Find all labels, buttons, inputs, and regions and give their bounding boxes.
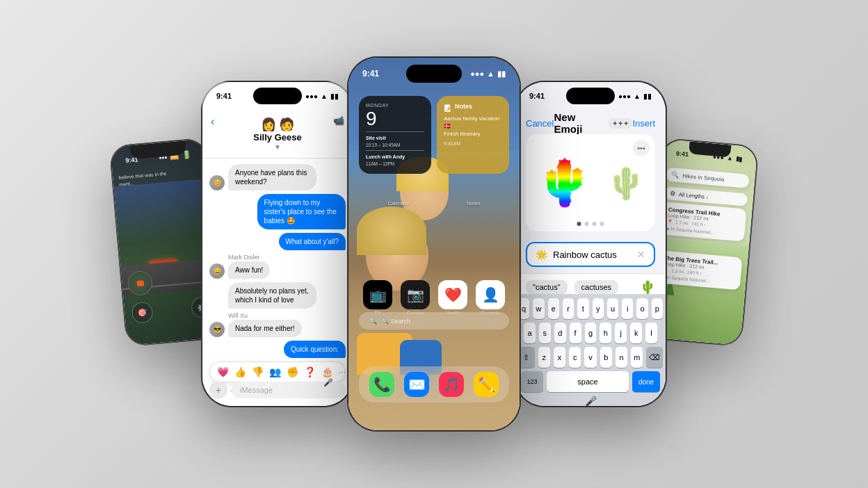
maps-search-text[interactable]: Hikes in Sequoia [682, 172, 725, 182]
key-o[interactable]: o [636, 298, 648, 319]
key-numbers[interactable]: 123 [521, 371, 543, 392]
key-s[interactable]: s [539, 323, 551, 343]
suggestion-emoji[interactable]: 🌵 [640, 279, 655, 295]
key-l[interactable]: l [645, 323, 657, 343]
key-p[interactable]: p [652, 298, 663, 319]
dynamic-island-messages [253, 88, 302, 104]
key-space[interactable]: space [547, 371, 629, 392]
search-icon-maps: 🔍 [671, 171, 680, 179]
filter-label[interactable]: All Lengths ↓ [679, 191, 709, 200]
dock-music[interactable]: 🎵 [439, 372, 464, 397]
app-icon-health[interactable]: ❤️ [438, 280, 467, 309]
message-row: Absolutely no plans yet, which I kind of… [209, 282, 346, 309]
key-x[interactable]: x [554, 347, 565, 368]
app-icon-phone[interactable]: 📞 [369, 372, 394, 397]
mic-icon[interactable]: 🎤 [585, 396, 597, 406]
back-button[interactable]: ‹ [211, 115, 214, 128]
app-icon-notes-dock[interactable]: ✏️ [474, 372, 499, 397]
key-g[interactable]: g [585, 323, 597, 343]
key-a[interactable]: a [524, 323, 536, 343]
search-label[interactable]: 🔍 Search [381, 318, 410, 325]
hud-icon-left[interactable]: 🎯 [131, 302, 154, 325]
time-emoji: 9:41 [529, 92, 545, 100]
key-delete[interactable]: ⌫ [646, 347, 663, 368]
emoji-screen[interactable]: 9:41 ●●● ▲ ▮▮ Cancel New Emoji ✦✦✦ Inser… [515, 82, 666, 406]
app-icon-tv[interactable]: 📺 [363, 280, 392, 309]
key-done[interactable]: done [632, 371, 660, 392]
battery-home: ▮▮ [497, 70, 506, 79]
key-m[interactable]: m [631, 347, 643, 368]
more-options-button[interactable]: ••• [633, 140, 650, 156]
message-input-bar[interactable]: + iMessage 🎤 [209, 381, 346, 399]
bubble-sent: Quick question: [284, 341, 346, 358]
wifi-messages: ▲ [321, 92, 328, 100]
wifi-emoji: ▲ [634, 92, 641, 100]
dock-notes[interactable]: ✏️ [474, 372, 499, 397]
dot-4 [600, 222, 604, 226]
reaction-thumbup[interactable]: 👍 [234, 366, 246, 377]
key-t[interactable]: t [577, 298, 588, 319]
reaction-people[interactable]: 👥 [269, 366, 281, 377]
add-button[interactable]: + [209, 381, 227, 399]
reaction-cake[interactable]: 🎂 [321, 366, 333, 377]
calendar-widget[interactable]: MONDAY 9 Site visit 10:15 – 10:45AM Lunc… [359, 96, 431, 174]
app-icon-mail[interactable]: ✉️ [404, 372, 429, 397]
app-health[interactable]: ❤️ Health [438, 280, 467, 316]
app-camera[interactable]: 📷 Camera [401, 280, 430, 316]
key-e[interactable]: e [548, 298, 559, 319]
notes-time: 9:41AM [444, 141, 502, 146]
search-bar[interactable]: 🔍 🔍 Search [359, 312, 509, 330]
message-row: 😎 Nada for me either! [209, 320, 346, 337]
reaction-more-icon[interactable]: ··· [339, 367, 346, 377]
app-tv[interactable]: 📺 TV [363, 280, 392, 316]
message-row: Flying down to my sister's place to see … [209, 194, 346, 229]
mic-button[interactable]: 🎤 [323, 378, 333, 387]
emoji-search-input[interactable]: 🌟 Rainbow cactus ✕ [526, 242, 655, 267]
insert-button[interactable]: Insert [632, 118, 655, 129]
key-h[interactable]: h [600, 323, 611, 343]
reaction-fist[interactable]: ✊ [287, 366, 298, 377]
time-home: 9:41 [362, 69, 379, 79]
key-f[interactable]: f [570, 323, 581, 343]
messages-body[interactable]: 😊 Anyone have plans this weekend? Flying… [202, 158, 353, 392]
reaction-heart[interactable]: 💗 [217, 366, 229, 377]
video-button[interactable]: 📹 [333, 115, 344, 126]
clear-search-button[interactable]: ✕ [637, 249, 645, 260]
key-d[interactable]: d [554, 323, 566, 343]
suggestion-2[interactable]: cactuses [574, 280, 618, 294]
messages-screen[interactable]: 9:41 ●●● ▲ ▮▮ 👩 🧑 Silly Geese ▼ [202, 82, 353, 406]
search-icon: 🔍 [369, 317, 377, 325]
dock-mail[interactable]: ✉️ [404, 372, 429, 397]
dock[interactable]: 📞 ✉️ 🎵 ✏️ [359, 366, 509, 402]
dock-phone[interactable]: 📞 [369, 372, 394, 397]
signal-emoji: ●●● [618, 92, 631, 100]
key-y[interactable]: y [593, 298, 604, 319]
key-w[interactable]: w [533, 298, 544, 319]
key-j[interactable]: j [615, 323, 627, 343]
key-k[interactable]: k [630, 323, 642, 343]
search-text-value[interactable]: Rainbow cactus [553, 250, 632, 260]
widgets-row[interactable]: MONDAY 9 Site visit 10:15 – 10:45AM Lunc… [359, 96, 509, 174]
key-b[interactable]: b [600, 347, 612, 368]
keyboard[interactable]: q w e r t y u i o p a s [515, 294, 666, 406]
sender-name: Will Xu [228, 312, 346, 319]
app-icon-contacts[interactable]: 👤 [476, 280, 505, 309]
reaction-question[interactable]: ❓ [304, 366, 316, 377]
app-grid[interactable]: 📺 TV 📷 Camera ❤️ Health 👤 Contacts [359, 280, 509, 316]
notes-widget[interactable]: 📝 Notes Aarhus family vacation 🇩🇰Finish … [437, 96, 509, 174]
suggestion-1[interactable]: "cactus" [526, 280, 568, 294]
home-screen[interactable]: 9:41 ●●● ▲ ▮▮ [348, 58, 520, 430]
key-v[interactable]: v [584, 347, 596, 368]
calendar-day-number: 9 [366, 109, 424, 129]
key-u[interactable]: u [607, 298, 618, 319]
app-icon-music[interactable]: 🎵 [439, 372, 464, 397]
key-n[interactable]: n [616, 347, 627, 368]
app-contacts[interactable]: 👤 Contacts [476, 280, 505, 316]
key-r[interactable]: r [563, 298, 574, 319]
cancel-button[interactable]: Cancel [526, 118, 554, 129]
reaction-thumbdown[interactable]: 👎 [252, 366, 264, 377]
app-icon-camera[interactable]: 📷 [401, 280, 430, 309]
key-c[interactable]: c [569, 347, 581, 368]
key-z[interactable]: z [538, 347, 550, 368]
key-i[interactable]: i [622, 298, 633, 319]
